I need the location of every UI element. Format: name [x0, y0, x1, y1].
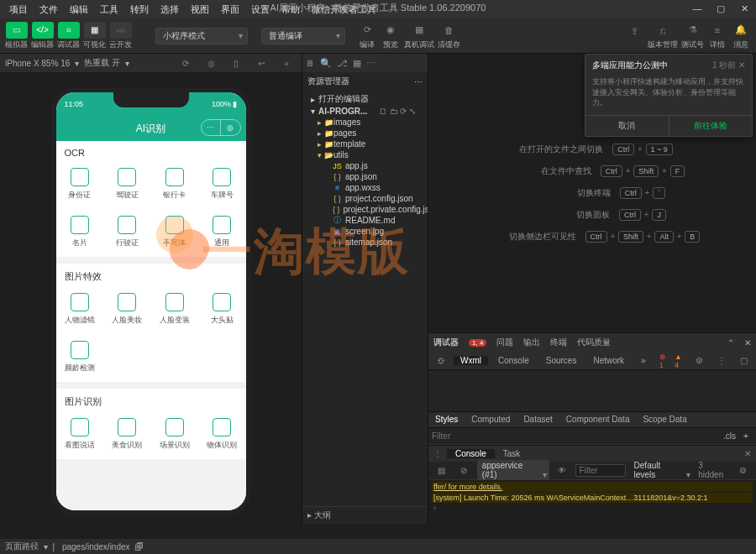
- capsule-menu[interactable]: ⋯: [202, 120, 222, 135]
- warn-count[interactable]: ▲ 4: [675, 353, 687, 369]
- menu-project[interactable]: 项目: [3, 3, 34, 16]
- feature-item[interactable]: 银行卡: [151, 161, 199, 209]
- feature-item[interactable]: 大头贴: [198, 286, 246, 334]
- device-select[interactable]: iPhone X 85% 16: [5, 59, 70, 68]
- remote-debug-button[interactable]: ▦: [409, 22, 429, 39]
- details-button[interactable]: ≡: [707, 22, 727, 39]
- popup-close-icon[interactable]: ✕: [738, 60, 745, 70]
- console-eye-icon[interactable]: 👁: [553, 462, 572, 478]
- preview-button[interactable]: ◉: [381, 22, 401, 39]
- insp-tab-sources[interactable]: Sources: [539, 356, 584, 365]
- test-account-button[interactable]: ⚗: [683, 22, 703, 39]
- feature-item[interactable]: 颜龄检测: [56, 334, 104, 382]
- cls-toggle[interactable]: .cls: [723, 431, 736, 441]
- popup-ok-button[interactable]: 前往体验: [669, 116, 753, 136]
- dt-tab-output[interactable]: 输出: [523, 337, 540, 348]
- styles-filter-input[interactable]: [432, 431, 723, 441]
- file-tree-item[interactable]: #app.wxss: [302, 182, 428, 193]
- file-tree-item[interactable]: ⓘREADME.md: [302, 215, 428, 226]
- sim-refresh-icon[interactable]: ⟳: [176, 55, 196, 71]
- insp-tab-more[interactable]: »: [634, 356, 653, 365]
- feature-item[interactable]: 人脸美妆: [103, 286, 151, 334]
- compile-button[interactable]: ⟳: [357, 22, 377, 39]
- popup-cancel-button[interactable]: 取消: [585, 116, 669, 136]
- dataset-tab[interactable]: Dataset: [517, 415, 559, 424]
- scopedata-tab[interactable]: Scope Data: [636, 415, 693, 424]
- inspect-icon[interactable]: ⯐: [432, 353, 450, 369]
- notifications-button[interactable]: 🔔: [731, 22, 751, 39]
- app-body[interactable]: OCR身份证驾驶证银行卡车牌号名片行驶证手写体通用图片特效人物滤镜人脸美妆人脸变…: [56, 141, 246, 510]
- dt-tab-problems[interactable]: 问题: [496, 337, 513, 348]
- hidden-count[interactable]: 3 hidden: [698, 461, 728, 479]
- explorer-more-icon[interactable]: ⋯: [414, 77, 423, 86]
- explorer-tab-more-icon[interactable]: ⋯: [366, 58, 375, 69]
- project-root[interactable]: ▾ AI-PROGR... 🗋 🗀 ⟳ ⤡: [302, 106, 428, 117]
- toggle-debugger[interactable]: ⌗: [58, 22, 80, 39]
- file-tree-item[interactable]: ▸ 📁pages: [302, 128, 428, 138]
- dt-tab-quality[interactable]: 代码质量: [577, 337, 611, 348]
- dt-tab-debugger[interactable]: 调试器: [433, 337, 459, 348]
- mode-select[interactable]: 小程序模式: [155, 28, 248, 44]
- new-style-rule[interactable]: +: [739, 431, 753, 441]
- console-filter-input[interactable]: [575, 464, 626, 477]
- feature-item[interactable]: 身份证: [56, 161, 104, 209]
- clear-cache-button[interactable]: 🗑: [439, 22, 459, 39]
- route-value[interactable]: pages/index/index: [62, 542, 130, 551]
- feature-item[interactable]: 车牌号: [198, 161, 246, 209]
- dt-close-icon[interactable]: ✕: [744, 338, 751, 348]
- explorer-tab-branch-icon[interactable]: ⎇: [337, 58, 348, 69]
- version-button[interactable]: ⎌: [653, 22, 673, 39]
- styles-tab[interactable]: Styles: [428, 415, 465, 424]
- menu-view[interactable]: 视图: [185, 3, 215, 16]
- file-tree-item[interactable]: ▸ 📁images: [302, 117, 428, 128]
- console-settings-icon[interactable]: ⚙: [733, 462, 753, 478]
- dt-menu-icon[interactable]: ⋮: [712, 353, 731, 369]
- dt-collapse-icon[interactable]: ⌃: [727, 338, 734, 348]
- toggle-editor[interactable]: </>: [32, 22, 54, 39]
- computed-tab[interactable]: Computed: [465, 415, 517, 424]
- feature-item[interactable]: 名片: [56, 209, 104, 257]
- menu-goto[interactable]: 转到: [124, 3, 155, 16]
- dt-dock-icon[interactable]: ▢: [734, 353, 753, 369]
- console-context-select[interactable]: appservice (#1): [477, 460, 549, 480]
- toggle-simulator[interactable]: ▭: [6, 22, 28, 39]
- feature-item[interactable]: 物体识别: [198, 411, 246, 459]
- file-tree-item[interactable]: JSapp.js: [302, 160, 428, 171]
- sim-home-icon[interactable]: ◎: [201, 55, 221, 71]
- explorer-tab-search-icon[interactable]: 🔍: [320, 58, 332, 69]
- route-copy-icon[interactable]: 🗐: [135, 542, 144, 551]
- console-sidebar-icon[interactable]: ▤: [432, 462, 451, 478]
- file-tree-item[interactable]: ▣screen.jpg: [302, 226, 428, 237]
- feature-item[interactable]: 通用: [198, 209, 246, 257]
- dt-settings-icon[interactable]: ⚙: [690, 353, 709, 369]
- toggle-visual[interactable]: ▦: [84, 22, 106, 39]
- window-minimize[interactable]: —: [685, 0, 709, 17]
- open-editors-section[interactable]: ▸ 打开的编辑器: [302, 92, 428, 106]
- compile-select[interactable]: 普通编译: [261, 28, 345, 44]
- feature-item[interactable]: 场景识别: [151, 411, 199, 459]
- drawer-tab-console[interactable]: Console: [447, 449, 495, 458]
- sim-back-icon[interactable]: ↩: [251, 55, 271, 71]
- error-count[interactable]: ⊗ 1: [659, 353, 671, 369]
- sim-more-icon[interactable]: »: [276, 55, 297, 71]
- compdata-tab[interactable]: Component Data: [559, 415, 637, 424]
- toggle-cloud[interactable]: ᨒ: [110, 22, 132, 39]
- file-tree-item[interactable]: ▸ 📁template: [302, 138, 428, 149]
- dt-tab-terminal[interactable]: 终端: [550, 337, 567, 348]
- capsule-close[interactable]: ◎: [221, 120, 240, 135]
- feature-item[interactable]: 人脸变装: [151, 286, 199, 334]
- explorer-tab-ext-icon[interactable]: ▦: [353, 58, 361, 69]
- insp-tab-network[interactable]: Network: [586, 356, 631, 365]
- menu-file[interactable]: 文件: [34, 3, 64, 16]
- insp-tab-console[interactable]: Console: [491, 356, 536, 365]
- console-drawer-icon[interactable]: ⋮: [428, 449, 447, 458]
- console-clear-icon[interactable]: ⊘: [454, 462, 474, 478]
- drawer-tab-task[interactable]: Task: [495, 449, 529, 458]
- file-tree-item[interactable]: { }project.private.config.js...: [302, 204, 428, 215]
- window-maximize[interactable]: ▢: [709, 0, 732, 17]
- file-tree-item[interactable]: { }project.config.json: [302, 193, 428, 204]
- file-tree-item[interactable]: { }sitemap.json: [302, 237, 428, 248]
- sim-rotate-icon[interactable]: ▯: [226, 55, 246, 71]
- explorer-tab-files-icon[interactable]: 🗎: [306, 58, 315, 68]
- menu-select[interactable]: 选择: [155, 3, 185, 16]
